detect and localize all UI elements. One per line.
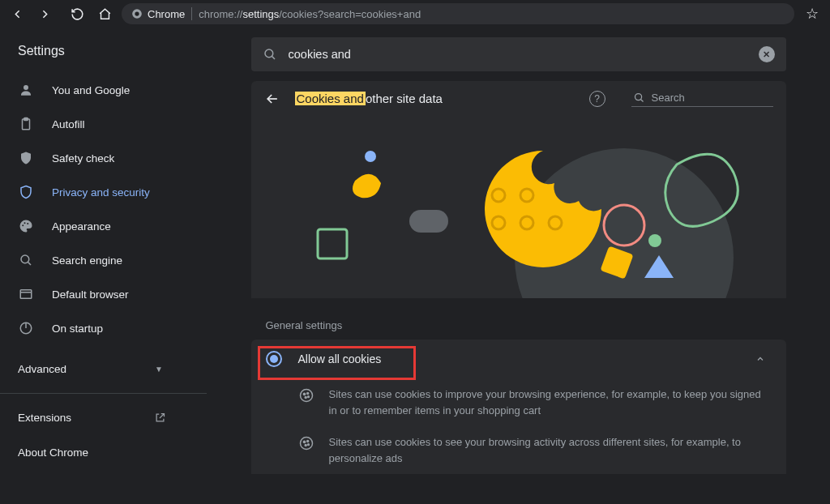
svg-point-31 (303, 441, 305, 442)
svg-point-12 (635, 94, 641, 100)
cookies-illustration (251, 116, 786, 298)
sidebar-item-privacy-security[interactable]: Privacy and security (0, 175, 195, 209)
bookmark-star-icon[interactable]: ☆ (801, 5, 824, 23)
option-allow-all-cookies[interactable]: Allow all cookies (251, 340, 786, 378)
omnibox[interactable]: Chrome chrome://settings/cookies?search=… (122, 3, 794, 24)
svg-point-8 (21, 255, 29, 263)
option-label: Allow all cookies (298, 352, 382, 365)
page-back-button[interactable] (264, 91, 280, 107)
advanced-toggle[interactable]: Advanced ▼ (0, 352, 207, 387)
svg-point-30 (300, 438, 312, 450)
back-button[interactable] (6, 3, 28, 24)
sidebar-item-search-engine[interactable]: Search engine (0, 243, 195, 277)
cookie-icon (298, 435, 314, 451)
option-description: Sites can use cookies to improve your br… (251, 378, 786, 426)
breadcrumb: Cookies and other site data (295, 92, 443, 105)
content-area: ✕ Cookies and other site data ? Search (207, 28, 830, 504)
svg-rect-9 (20, 290, 32, 299)
search-icon (263, 47, 277, 62)
sidebar-item-you-and-google[interactable]: You and Google (0, 73, 195, 107)
person-icon (18, 82, 34, 98)
sidebar-item-label: On startup (52, 322, 103, 335)
settings-search-bar[interactable]: ✕ (251, 37, 786, 71)
svg-rect-20 (409, 210, 448, 233)
browser-icon (18, 286, 34, 302)
sidebar-item-autofill[interactable]: Autofill (0, 107, 195, 141)
svg-point-25 (300, 390, 312, 402)
shield-icon (18, 184, 34, 200)
search-icon (18, 252, 34, 268)
sidebar-item-label: Privacy and security (52, 186, 150, 199)
sidebar-extensions[interactable]: Extensions (0, 400, 207, 435)
sidebar-item-label: Safety check (52, 152, 114, 164)
svg-point-24 (648, 234, 661, 247)
settings-title: Settings (0, 37, 207, 73)
section-label: General settings (251, 298, 786, 340)
clear-search-button[interactable]: ✕ (759, 46, 775, 62)
svg-point-26 (303, 393, 305, 395)
help-button[interactable]: ? (589, 91, 605, 107)
sidebar-item-safety-check[interactable]: Safety check (0, 141, 195, 175)
chevron-up-icon[interactable] (755, 354, 765, 364)
sidebar-about-chrome[interactable]: About Chrome (0, 435, 207, 470)
svg-point-11 (265, 49, 273, 58)
sidebar-item-label: Search engine (52, 254, 122, 267)
shield-check-icon (18, 150, 34, 166)
sidebar-item-appearance[interactable]: Appearance (0, 209, 195, 243)
omnibox-url: chrome://settings/cookies?search=cookies… (199, 8, 421, 20)
sidebar-item-on-startup[interactable]: On startup (0, 311, 195, 345)
svg-point-2 (24, 85, 28, 90)
svg-point-34 (307, 444, 309, 446)
sidebar-item-label: You and Google (52, 84, 130, 96)
secure-label: Chrome (148, 8, 185, 20)
svg-rect-4 (24, 118, 28, 121)
svg-point-7 (27, 223, 28, 224)
forward-button[interactable] (34, 3, 55, 24)
option-card: Allow all cookies Sites can use cookies … (251, 340, 786, 474)
svg-point-28 (305, 397, 306, 399)
settings-search-input[interactable] (289, 48, 747, 61)
reload-button[interactable] (66, 3, 88, 24)
chrome-logo-icon (131, 8, 143, 19)
sidebar-item-label: Autofill (52, 118, 85, 130)
external-link-icon (154, 412, 166, 424)
search-icon (633, 92, 645, 104)
chevron-down-icon: ▼ (155, 365, 163, 374)
sidebar-item-default-browser[interactable]: Default browser (0, 277, 195, 311)
svg-point-29 (307, 396, 309, 398)
svg-point-19 (365, 151, 376, 162)
page-search-field[interactable]: Search (631, 90, 773, 107)
clipboard-icon (18, 116, 34, 132)
svg-rect-21 (318, 229, 347, 258)
sidebar-item-label: Default browser (52, 288, 129, 301)
page-header: Cookies and other site data ? Search (251, 81, 786, 116)
palette-icon (18, 218, 34, 234)
home-button[interactable] (94, 3, 115, 24)
svg-point-1 (135, 11, 139, 15)
option-description: Sites can use cookies to see your browsi… (251, 426, 786, 474)
radio-selected-icon[interactable] (266, 351, 282, 367)
browser-toolbar: Chrome chrome://settings/cookies?search=… (0, 0, 830, 28)
sidebar: Settings You and Google Autofill Safety … (0, 28, 207, 504)
svg-point-6 (24, 222, 26, 224)
omnibox-divider (191, 7, 192, 20)
sidebar-item-label: Appearance (52, 220, 111, 233)
cookie-icon (298, 387, 314, 404)
svg-point-27 (306, 393, 308, 395)
power-icon (18, 320, 34, 336)
svg-point-33 (305, 445, 306, 446)
svg-point-5 (22, 224, 24, 226)
svg-point-32 (306, 441, 308, 442)
